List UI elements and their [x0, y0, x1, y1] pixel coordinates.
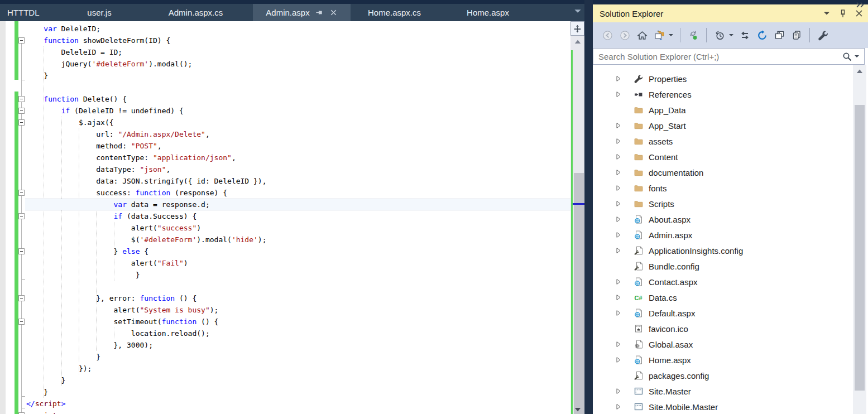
- code-line-30[interactable]: });: [26, 363, 570, 374]
- expander-icon[interactable]: [615, 341, 622, 348]
- expander-icon[interactable]: [615, 278, 622, 285]
- code-line-11[interactable]: method: "POST",: [26, 140, 570, 152]
- code-line-25[interactable]: alert("System is busy");: [26, 304, 570, 316]
- code-line-20[interactable]: } else {: [26, 245, 570, 257]
- tree-item-app-start[interactable]: App_Start: [593, 118, 853, 133]
- expander-icon[interactable]: [615, 388, 622, 394]
- tree-scroll-up-icon[interactable]: [853, 68, 866, 75]
- editor-scrollbar-thumb[interactable]: [574, 173, 584, 414]
- code-line-8[interactable]: if (DeleleID != undefined) {: [26, 105, 570, 117]
- view-switcher-caret-icon[interactable]: [668, 28, 674, 42]
- code-line-31[interactable]: }: [26, 374, 570, 386]
- search-input[interactable]: [598, 52, 842, 61]
- tree-item-global-asax[interactable]: Global.asax: [593, 336, 853, 352]
- code-line-12[interactable]: contentType: "application/json",: [26, 152, 570, 163]
- expander-icon[interactable]: [615, 122, 622, 129]
- search-options-caret-icon[interactable]: [854, 54, 860, 59]
- pane-separator[interactable]: [584, 0, 593, 414]
- code-line-19[interactable]: $('#deleteForm').modal('hide');: [26, 234, 570, 245]
- fold-collapse-icon[interactable]: [18, 119, 25, 126]
- view-switcher-button[interactable]: [653, 28, 666, 42]
- tree-item-default-aspx[interactable]: Default.aspx: [593, 305, 853, 321]
- code-line-9[interactable]: $.ajax({: [26, 117, 570, 128]
- scroll-up-icon[interactable]: [570, 38, 584, 46]
- code-line-15[interactable]: success: function (response) {: [26, 187, 570, 199]
- tab-admin-aspx[interactable]: Admin.aspx: [253, 4, 351, 21]
- expander-icon[interactable]: [615, 232, 622, 238]
- fold-collapse-icon[interactable]: [18, 96, 25, 102]
- tab-home-aspx-cs[interactable]: Home.aspx.cs: [351, 4, 438, 21]
- tab-htttdl[interactable]: HTTTDL: [0, 4, 60, 21]
- expander-icon[interactable]: [615, 185, 622, 191]
- code-line-1[interactable]: var DeleleID;: [26, 23, 570, 35]
- tree-item-site-mobile-master[interactable]: Site.Mobile.Master: [593, 399, 853, 414]
- tab-pin-icon[interactable]: [315, 8, 324, 17]
- code-line-33[interactable]: </script>: [26, 398, 570, 410]
- code-line-7[interactable]: function Delete() {: [26, 93, 570, 105]
- cascade-button[interactable]: [773, 28, 786, 42]
- code-line-32[interactable]: }: [26, 386, 570, 398]
- tree-item-references[interactable]: References: [593, 86, 853, 102]
- tree-item-home-aspx[interactable]: Home.aspx: [593, 352, 853, 368]
- code-line-24[interactable]: }, error: function () {: [26, 292, 570, 304]
- fold-collapse-icon[interactable]: [18, 295, 25, 301]
- tab-admin-aspx-cs[interactable]: Admin.aspx.cs: [138, 4, 253, 21]
- code-line-28[interactable]: }, 3000);: [26, 339, 570, 351]
- tree-item-contact-aspx[interactable]: Contact.aspx: [593, 274, 853, 290]
- tree-scrollbar-thumb[interactable]: [855, 105, 865, 391]
- expander-icon[interactable]: [615, 357, 622, 363]
- search-icon[interactable]: [842, 52, 852, 61]
- code-line-18[interactable]: alert("success"): [26, 222, 570, 234]
- close-icon[interactable]: [855, 9, 864, 18]
- history-button[interactable]: [713, 28, 726, 42]
- back-button[interactable]: [601, 28, 614, 42]
- sync-active-button[interactable]: [687, 28, 700, 42]
- swap-button[interactable]: [738, 28, 751, 42]
- tree-item-bundle-config[interactable]: Bundle.config: [593, 258, 853, 274]
- fold-collapse-icon[interactable]: [18, 213, 25, 219]
- tree-item-packages-config[interactable]: packages.config: [593, 368, 853, 383]
- code-line-5[interactable]: }: [26, 70, 570, 81]
- code-line-21[interactable]: alert("Fail"): [26, 257, 570, 269]
- tree-item-fonts[interactable]: fonts: [593, 180, 853, 196]
- window-position-icon[interactable]: [822, 9, 831, 18]
- fold-collapse-icon[interactable]: [18, 190, 25, 196]
- tree-item-site-master[interactable]: Site.Master: [593, 383, 853, 399]
- history-caret-icon[interactable]: [728, 28, 734, 42]
- code-line-34[interactable]: <script>: [26, 410, 570, 414]
- tree-item-content[interactable]: Content: [593, 149, 853, 165]
- tree-item-applicationinsights-config[interactable]: ApplicationInsights.config: [593, 243, 853, 258]
- code-line-13[interactable]: dataType: "json",: [26, 163, 570, 175]
- forward-button[interactable]: [618, 28, 631, 42]
- code-line-29[interactable]: }: [26, 351, 570, 363]
- tree-item-documentation[interactable]: documentation: [593, 165, 853, 180]
- code-text-area[interactable]: var DeleleID; function showDeleteForm(ID…: [0, 21, 570, 414]
- code-line-3[interactable]: DeleleID = ID;: [26, 46, 570, 58]
- copy-pages-button[interactable]: [790, 28, 803, 42]
- tree-item-favicon-ico[interactable]: favicon.ico: [593, 321, 853, 336]
- expander-icon[interactable]: [615, 310, 622, 316]
- code-line-16[interactable]: var data = response.d;: [26, 199, 570, 210]
- tree-item-app-data[interactable]: App_Data: [593, 102, 853, 118]
- code-line-14[interactable]: data: JSON.stringify({ id: DeleleID }),: [26, 175, 570, 187]
- tab-list-dropdown-icon[interactable]: [573, 6, 583, 16]
- pin-icon[interactable]: [838, 9, 847, 18]
- code-line-2[interactable]: function showDeleteForm(ID) {: [26, 35, 570, 46]
- editor-split-handle[interactable]: [570, 21, 584, 36]
- tree-item-admin-aspx[interactable]: Admin.aspx: [593, 227, 853, 243]
- tab-home-aspx[interactable]: Home.aspx: [438, 4, 538, 21]
- expander-icon[interactable]: [615, 138, 622, 145]
- code-line-26[interactable]: setTimeout(function () {: [26, 316, 570, 328]
- fold-collapse-icon[interactable]: [18, 108, 25, 114]
- tab-close-icon[interactable]: [329, 8, 338, 17]
- expander-icon[interactable]: [615, 403, 622, 410]
- code-line-27[interactable]: location.reload();: [26, 328, 570, 339]
- expander-icon[interactable]: [615, 216, 622, 223]
- code-line-6[interactable]: [26, 81, 570, 93]
- refresh-button[interactable]: [755, 28, 769, 42]
- expander-icon[interactable]: [615, 75, 622, 82]
- fold-collapse-icon[interactable]: [18, 248, 25, 254]
- code-line-17[interactable]: if (data.Success) {: [26, 210, 570, 222]
- tree-item-assets[interactable]: assets: [593, 133, 853, 149]
- home-button[interactable]: [635, 28, 649, 42]
